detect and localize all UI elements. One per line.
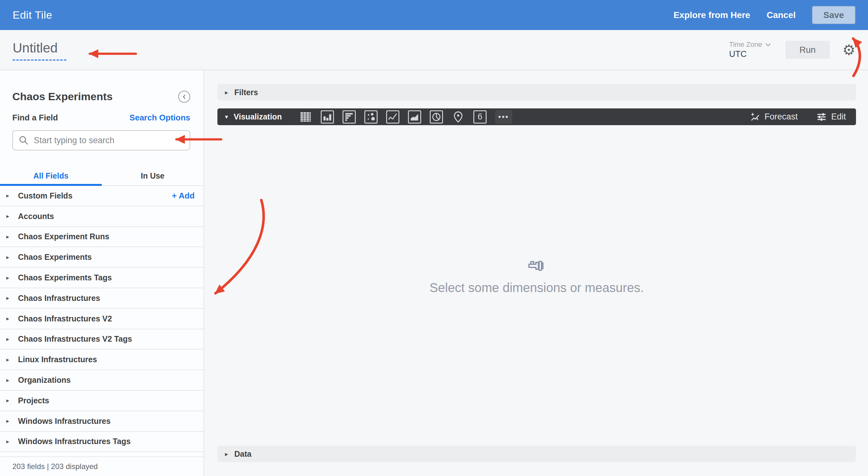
filters-label: Filters [235,88,258,97]
field-group-row[interactable]: ▸ Linux Infrastructures [0,350,204,370]
header-actions: Time Zone UTC Run ⚙ [729,40,855,59]
caret-right-icon: ▸ [6,336,9,343]
flashlight-icon [528,260,546,273]
caret-right-icon: ▸ [6,192,9,199]
caret-right-icon: ▸ [225,450,228,458]
data-section-header[interactable]: ▸ Data [217,446,856,462]
caret-right-icon: ▸ [6,397,9,404]
title-header: Untitled Time Zone UTC Run ⚙ [0,30,868,70]
caret-right-icon: ▸ [6,315,9,322]
add-custom-field-link[interactable]: + Add [172,191,195,201]
caret-right-icon: ▸ [6,254,9,261]
field-group-label: Chaos Experiments Tags [18,273,112,282]
top-bar-actions: Explore from Here Cancel Save [673,6,855,24]
caret-right-icon: ▸ [6,274,9,281]
field-group-row[interactable]: ▸ Chaos Experiments [0,247,204,268]
forecast-button[interactable]: Forecast [750,112,798,122]
edit-viz-button[interactable]: Edit [816,112,846,122]
caret-right-icon: ▸ [6,233,9,240]
field-group-label: Chaos Experiment Runs [18,232,109,241]
empty-state-text: Select some dimensions or measures. [217,281,856,295]
caret-right-icon: ▸ [225,89,228,96]
field-group-row[interactable]: ▸ Projects [0,391,204,411]
find-a-field-label: Find a Field [12,113,58,123]
forecast-sparkle-icon [750,112,760,122]
single-value-chart-icon[interactable]: 6 [473,110,487,124]
area-chart-icon[interactable] [408,110,421,124]
timezone-selector[interactable]: Time Zone UTC [729,40,771,59]
caret-right-icon: ▸ [6,377,9,384]
field-group-label: Projects [18,396,49,405]
timezone-value: UTC [729,49,771,59]
top-bar: Edit Tile Explore from Here Cancel Save [0,0,868,30]
pie-chart-icon[interactable] [430,110,443,124]
run-button[interactable]: Run [785,41,830,59]
search-options-link[interactable]: Search Options [129,113,190,123]
scatterplot-chart-icon[interactable] [364,110,378,124]
caret-right-icon: ▸ [6,438,9,445]
data-label: Data [235,449,251,458]
cancel-button[interactable]: Cancel [767,10,796,20]
dialog-title: Edit Tile [13,9,52,21]
table-chart-icon[interactable] [299,110,312,124]
field-count-footer: 203 fields | 203 displayed [0,456,204,476]
line-chart-icon[interactable] [386,110,399,124]
field-group-row[interactable]: ▸ Chaos Experiment Runs [0,227,204,247]
field-group-row[interactable]: ▸ Windows Infrastructures [0,411,204,432]
field-group-label: Chaos Experiments [18,252,92,262]
save-button[interactable]: Save [812,6,855,24]
field-group-label: Chaos Infrastructures V2 Tags [18,334,132,344]
collapse-sidebar-button[interactable]: ‹ [178,91,190,103]
field-group-row[interactable]: ▸ Organizations [0,370,204,391]
field-group-label: Chaos Infrastructures [18,294,100,303]
field-group-row[interactable]: ▸ Chaos Infrastructures [0,288,204,309]
explore-from-here-button[interactable]: Explore from Here [673,10,750,20]
caret-right-icon: ▸ [6,356,9,363]
field-group-label: Windows Infrastructures [18,417,111,426]
caret-right-icon: ▸ [6,295,9,301]
column-chart-icon[interactable] [321,110,334,124]
tile-title-input[interactable]: Untitled [13,40,66,61]
map-chart-icon[interactable] [452,110,465,124]
visualization-section-header: ▾ Visualization [217,109,856,125]
filters-section-header[interactable]: ▸ Filters [217,84,856,100]
viz-empty-state: Select some dimensions or measures. [217,260,856,295]
tab-in-use[interactable]: In Use [102,166,204,186]
field-group-row[interactable]: ▸ Chaos Experiments Tags [0,268,204,288]
field-tabs: All Fields In Use [0,166,204,186]
caret-down-icon[interactable]: ▾ [225,113,228,120]
field-group-label: Custom Fields [18,191,72,200]
visualization-label[interactable]: Visualization [234,112,282,121]
caret-right-icon: ▸ [6,213,9,220]
tune-sliders-icon [816,112,827,122]
field-group-row[interactable]: ▸ Custom Fields + Add [0,186,204,206]
field-group-label: Chaos Infrastructures V2 [18,314,112,323]
explore-title: Chaos Experiments [12,90,113,103]
search-input[interactable] [34,136,184,145]
field-search-box[interactable] [12,130,190,150]
field-picker-sidebar: Chaos Experiments ‹ Find a Field Search … [0,71,204,476]
field-group-row[interactable]: ▸ Windows Infrastructures Tags [0,432,204,452]
field-group-label: Organizations [18,376,71,385]
caret-right-icon: ▸ [6,418,9,424]
field-group-label: Linux Infrastructures [18,355,97,364]
field-group-row[interactable]: ▸ Chaos Infrastructures V2 [0,309,204,329]
field-list: ▸ Custom Fields + Add ▸ Accounts ▸ Chaos… [0,186,204,452]
chevron-left-icon: ‹ [183,91,186,101]
chevron-down-icon [765,43,771,47]
field-group-row[interactable]: ▸ Accounts [0,206,204,227]
viz-type-picker: 6 ••• [299,110,512,124]
timezone-label: Time Zone [729,40,762,49]
gear-icon[interactable]: ⚙ [842,43,855,57]
field-group-label: Windows Infrastructures Tags [18,437,130,446]
more-viz-types-icon[interactable]: ••• [495,110,512,124]
field-group-label: Accounts [18,212,54,221]
field-group-row[interactable]: ▸ Chaos Infrastructures V2 Tags [0,329,204,350]
tab-all-fields[interactable]: All Fields [0,166,102,186]
bar-chart-icon[interactable] [343,110,356,124]
search-icon [19,135,29,145]
